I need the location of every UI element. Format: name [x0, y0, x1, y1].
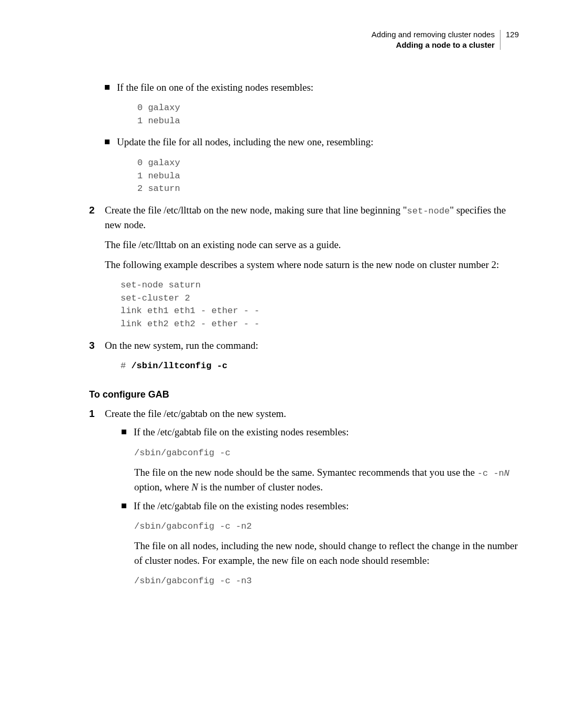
code-block: /sbin/gabconfig -c -n2 — [134, 520, 519, 533]
code-block: # /sbin/lltconfig -c — [121, 360, 519, 373]
paragraph: The file on the new node should be the s… — [134, 465, 519, 495]
bullet-icon — [122, 430, 126, 434]
page-number: 129 — [506, 30, 519, 39]
step-2: 2 Create the file /etc/llttab on the new… — [89, 203, 519, 232]
bullet-icon — [105, 140, 110, 144]
subbullet-group: If the /etc/gabtab file on the existing … — [122, 425, 519, 587]
code-block: /sbin/gabconfig -c -n3 — [134, 575, 519, 588]
header-section: Adding a node to a cluster — [372, 40, 495, 50]
bullet-text: Update the file for all nodes, including… — [117, 135, 374, 149]
page: Adding and removing cluster nodes Adding… — [0, 0, 566, 588]
step-content: Create the file /etc/llttab on the new n… — [105, 203, 519, 232]
step2-para1-pre: Create the file /etc/llttab on the new n… — [105, 205, 407, 216]
code-block: set-node saturn set-cluster 2 link eth1 … — [121, 279, 519, 331]
text: option, where — [134, 481, 191, 493]
bullet-item: Update the file for all nodes, including… — [105, 135, 519, 149]
subbullet-text: If the /etc/gabtab file on the existing … — [134, 425, 349, 440]
bullet-icon — [122, 504, 126, 508]
step-3: 3 On the new system, run the command: — [89, 338, 519, 353]
paragraph: The file /etc/llttab on an existing node… — [105, 238, 519, 252]
code-block: /sbin/gabconfig -c — [134, 447, 519, 460]
step-1b: 1 Create the file /etc/gabtab on the new… — [89, 406, 519, 421]
subbullet-text: If the /etc/gabtab file on the existing … — [134, 499, 349, 513]
section-heading: To configure GAB — [89, 388, 519, 401]
page-header: Adding and removing cluster nodes Adding… — [89, 29, 519, 51]
inline-code-italic: N — [504, 468, 509, 478]
step-number: 3 — [89, 338, 105, 353]
inline-code: set-node — [407, 206, 450, 216]
text: is the number of cluster nodes. — [198, 481, 323, 493]
inline-code: -c -n — [477, 468, 504, 478]
bullet-text: If the file on one of the existing nodes… — [117, 80, 313, 95]
command: /sbin/lltconfig -c — [131, 361, 227, 371]
step-number: 2 — [89, 203, 105, 218]
prompt: # — [121, 361, 131, 371]
step-content: Create the file /etc/gabtab on the new s… — [105, 406, 519, 421]
header-title: Adding and removing cluster nodes — [372, 29, 495, 40]
header-divider — [500, 30, 500, 50]
code-block: 0 galaxy 1 nebula — [137, 102, 519, 127]
subbullet-item: If the /etc/gabtab file on the existing … — [122, 499, 519, 513]
subbullet-item: If the /etc/gabtab file on the existing … — [122, 425, 519, 440]
italic: N — [191, 481, 198, 493]
step-number: 1 — [89, 406, 105, 421]
bullet-item: If the file on one of the existing nodes… — [105, 80, 519, 95]
body: If the file on one of the existing nodes… — [89, 80, 519, 588]
code-block: 0 galaxy 1 nebula 2 saturn — [137, 157, 519, 196]
paragraph: The file on all nodes, including the new… — [134, 539, 519, 568]
header-text: Adding and removing cluster nodes Adding… — [372, 29, 495, 51]
text: The file on the new node should be the s… — [134, 467, 477, 478]
paragraph: The following example describes a system… — [105, 258, 519, 272]
bullet-icon — [105, 85, 110, 90]
step-content: On the new system, run the command: — [105, 338, 519, 353]
